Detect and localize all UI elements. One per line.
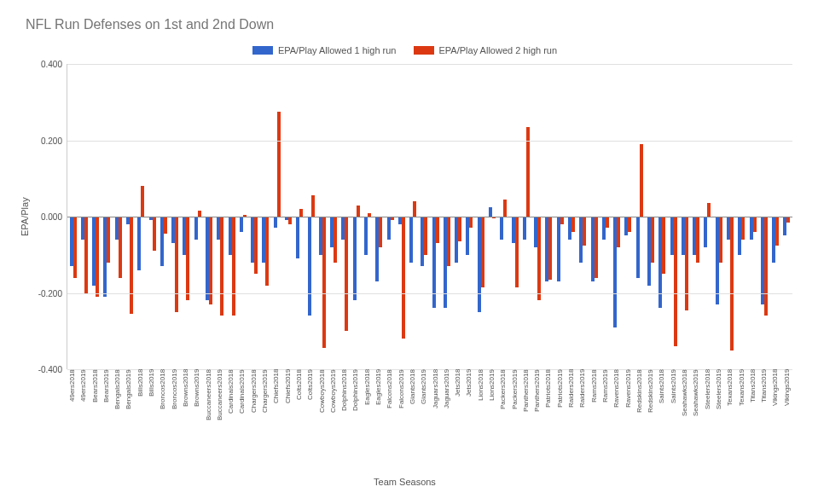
bar-series-2 (640, 144, 643, 217)
y-tick: -0.400 (38, 365, 62, 374)
bar-series-2 (786, 217, 790, 223)
bar-series-2 (277, 112, 281, 217)
x-tick: Dolphins2018 (339, 369, 350, 472)
bar-series-2 (311, 195, 315, 217)
chart-legend: EPA/Play Allowed 1 high run EPA/Play All… (17, 45, 792, 55)
x-tick: Jets2019 (463, 369, 474, 472)
bar-series-2 (741, 217, 745, 240)
x-tick: Bears2019 (101, 369, 112, 472)
x-tick: Packers2018 (497, 369, 508, 472)
bar-series-1 (557, 217, 560, 281)
y-tick: 0.000 (41, 212, 62, 222)
bar-series-1 (500, 217, 503, 240)
x-tick: Ravens2018 (611, 369, 622, 472)
legend-label-1: EPA/Play Allowed 1 high run (278, 45, 397, 55)
x-tick: Saints2018 (656, 369, 667, 472)
x-tick: Giants2018 (407, 369, 418, 472)
x-tick: Chiefs2019 (282, 369, 293, 472)
y-axis: -0.400-0.2000.0000.2000.400 (32, 64, 67, 369)
x-tick: Panthers2018 (520, 369, 531, 472)
bar-series-2 (198, 211, 201, 217)
bar-series-2 (209, 217, 212, 304)
bar-series-2 (322, 217, 326, 348)
bar-series-2 (696, 217, 699, 263)
x-tick: Bengals2018 (112, 369, 123, 472)
x-tick: Dolphins2019 (350, 369, 361, 472)
bar-series-2 (583, 217, 586, 246)
y-tick: 0.400 (41, 60, 62, 69)
x-tick: Saints2019 (668, 369, 679, 472)
bar-series-1 (523, 217, 526, 240)
gridline (67, 141, 792, 142)
x-tick: Bills2018 (135, 369, 146, 472)
bar-series-2 (764, 217, 768, 316)
bar-series-2 (164, 217, 167, 234)
bar-series-2 (775, 217, 779, 246)
bar-series-2 (730, 217, 734, 350)
x-tick: Patriots2019 (554, 369, 566, 472)
bar-series-2 (617, 217, 620, 247)
x-tick: Titans2019 (758, 369, 769, 472)
x-tick: Chargers2019 (259, 369, 270, 472)
x-tick: 49ers2019 (78, 369, 89, 472)
x-tick: Lions2018 (475, 369, 486, 472)
bar-series-1 (636, 217, 640, 278)
bar-series-2 (402, 217, 405, 339)
x-tick: Bears2018 (90, 369, 101, 472)
x-tick: Giants2019 (418, 369, 429, 472)
x-tick: Redskins2019 (645, 369, 656, 472)
bar-series-1 (704, 217, 707, 247)
x-tick: Falcons2018 (384, 369, 395, 472)
chart-container: NFL Run Defenses on 1st and 2nd Down EPA… (0, 0, 818, 504)
x-tick: Jets2018 (452, 369, 463, 472)
legend-item-2: EPA/Play Allowed 2 high run (414, 45, 558, 55)
bar-series-1 (137, 217, 141, 270)
bar-series-2 (753, 217, 757, 232)
bar-series-2 (220, 217, 223, 316)
bar-series-2 (662, 217, 665, 274)
x-tick: Ravens2019 (623, 369, 634, 472)
x-tick: Bengals2019 (123, 369, 134, 472)
bar-series-2 (719, 217, 722, 263)
bar-series-1 (296, 217, 299, 258)
y-axis-label: EPA/Play (17, 64, 32, 369)
x-tick: Chiefs2018 (270, 369, 281, 472)
bar-series-1 (194, 217, 198, 240)
x-tick: Colts2018 (293, 369, 305, 472)
bar-series-2 (153, 217, 156, 251)
bar-series-1 (353, 217, 357, 300)
bar-series-2 (548, 217, 552, 280)
x-tick: Browns2018 (180, 369, 191, 472)
bar-series-1 (308, 217, 311, 316)
bar-series-2 (141, 186, 144, 217)
bar-series-2 (379, 217, 382, 247)
x-axis-label: Team Seasons (17, 477, 792, 487)
x-tick: Seahawks2018 (679, 369, 690, 472)
bar-series-2 (288, 217, 292, 224)
x-tick: Seahawks2019 (690, 369, 701, 472)
gridline (67, 293, 792, 294)
x-tick: Eagles2018 (362, 369, 373, 472)
bar-series-2 (265, 217, 269, 286)
x-tick: Vikings2019 (781, 369, 792, 472)
x-tick: Jaguars2018 (430, 369, 441, 472)
bar-series-2 (571, 217, 575, 232)
bar-series-2 (424, 217, 427, 255)
legend-item-1: EPA/Play Allowed 1 high run (252, 45, 397, 55)
x-tick: Chargers2018 (248, 369, 259, 472)
x-tick: Texans2018 (724, 369, 735, 472)
bar-series-2 (107, 217, 110, 263)
legend-swatch-1 (252, 46, 273, 55)
bar-series-2 (299, 209, 303, 217)
x-tick: Rams2019 (600, 369, 611, 472)
y-tick: 0.200 (41, 136, 62, 145)
bar-series-1 (274, 217, 277, 228)
bar-series-2 (436, 217, 439, 243)
bar-series-2 (334, 217, 337, 263)
bar-series-1 (240, 217, 243, 232)
bar-series-2 (458, 217, 461, 241)
bar-series-2 (515, 217, 519, 287)
bar-series-2 (186, 217, 189, 300)
bar-series-2 (345, 217, 348, 331)
bar-series-2 (503, 200, 507, 217)
